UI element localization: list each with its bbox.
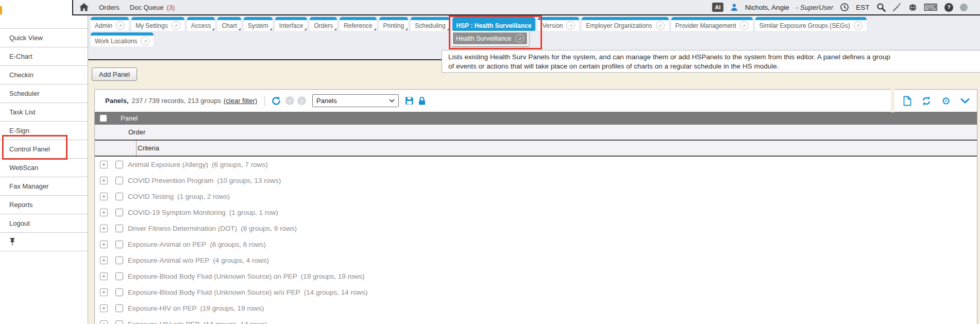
expand-icon[interactable]: + bbox=[100, 241, 108, 248]
open-external-icon[interactable]: ↗ bbox=[566, 21, 575, 30]
sidebar-item-checkin[interactable]: Checkin bbox=[0, 66, 88, 84]
table-row[interactable]: + Exposure-Animal w/o PEP (4 groups, 4 r… bbox=[95, 252, 977, 268]
sidebar-item-e-sign[interactable]: E-Sign bbox=[0, 122, 88, 140]
table-row[interactable]: + Exposure-Animal on PEP (6 groups, 6 ro… bbox=[95, 236, 977, 252]
expand-icon[interactable]: + bbox=[100, 193, 108, 200]
table-row[interactable]: + Exposure-Blood Body Fluid (Unknown Sou… bbox=[95, 268, 977, 284]
ai-badge[interactable]: AI bbox=[712, 3, 723, 12]
undo-icon[interactable] bbox=[271, 96, 281, 106]
open-external-icon[interactable]: ↗ bbox=[854, 21, 863, 30]
expand-icon[interactable]: + bbox=[100, 320, 108, 324]
column-header-panel: Panel bbox=[121, 114, 138, 122]
collapse-chevron-icon[interactable] bbox=[960, 98, 970, 104]
panel-info: (19 groups, 19 rows) bbox=[200, 304, 264, 312]
tab-hsp-health-surveillance[interactable]: HSP : Health Surveillance Health Surveil… bbox=[452, 17, 536, 31]
tab-reference[interactable]: Reference bbox=[340, 17, 376, 31]
tab-employer-organizations[interactable]: Employer Organizations ↗ bbox=[582, 17, 668, 31]
nav-doc-queue[interactable]: Doc Queue bbox=[130, 4, 164, 11]
sidebar-item-logout[interactable]: Logout bbox=[0, 214, 88, 233]
tab-scheduling[interactable]: Scheduling bbox=[411, 17, 449, 31]
open-external-icon[interactable]: ↗ bbox=[515, 34, 524, 43]
keyboard-icon[interactable]: ⌨ bbox=[924, 3, 938, 12]
tab-provider-management[interactable]: Provider Management ↗ bbox=[671, 17, 753, 31]
row-checkbox[interactable] bbox=[115, 241, 123, 248]
row-checkbox[interactable] bbox=[115, 177, 123, 184]
search-icon[interactable] bbox=[876, 3, 886, 12]
table-row[interactable]: + Exposure-Blood Body Fluid (Unknown Sou… bbox=[95, 284, 977, 300]
menu-item-health-surveillance[interactable]: Health Surveillance ↗ bbox=[453, 32, 528, 44]
tab-chart[interactable]: Chart bbox=[217, 17, 241, 31]
expand-icon[interactable]: + bbox=[100, 209, 108, 216]
main-region: Admin ↗ My Settings ↗ Access Chart Syste… bbox=[88, 15, 980, 324]
globe-icon[interactable] bbox=[908, 3, 917, 12]
refresh-icon[interactable] bbox=[921, 96, 932, 106]
view-select-value: Panels bbox=[316, 97, 337, 105]
table-body: + Animal Exposure (Allergy) (6 groups, 7… bbox=[95, 157, 977, 324]
table-row[interactable]: + COVID Prevention Program (10 groups, 1… bbox=[95, 173, 977, 189]
nav-orders[interactable]: Orders bbox=[99, 4, 120, 11]
row-checkbox[interactable] bbox=[115, 257, 123, 264]
panel-info: (4 groups, 4 rows) bbox=[213, 257, 269, 264]
table-row[interactable]: + COVID-19 Symptom Monitoring (1 group, … bbox=[95, 204, 977, 220]
sidebar-item-webscan[interactable]: WebScan bbox=[0, 159, 88, 177]
tab-orders[interactable]: Orders bbox=[310, 17, 337, 31]
tab-printing[interactable]: Printing bbox=[379, 17, 409, 31]
lock-icon[interactable] bbox=[418, 96, 426, 106]
row-checkbox[interactable] bbox=[115, 225, 123, 232]
table-row[interactable]: + Animal Exposure (Allergy) (6 groups, 7… bbox=[95, 157, 977, 173]
row-checkbox[interactable] bbox=[115, 320, 123, 324]
new-document-icon[interactable] bbox=[903, 96, 911, 106]
open-external-icon[interactable]: ↗ bbox=[116, 21, 125, 30]
sidebar-item-task-list[interactable]: Task List bbox=[0, 103, 88, 122]
expand-icon[interactable]: + bbox=[100, 225, 108, 232]
tab-system[interactable]: System bbox=[244, 17, 273, 31]
tab-similar-exposure-groups[interactable]: Similar Exposure Groups (SEGs) ↗ bbox=[755, 17, 867, 31]
row-checkbox[interactable] bbox=[115, 193, 123, 200]
clear-filter-link[interactable]: (clear filter) bbox=[224, 97, 257, 105]
panel-info: (10 groups, 13 rows) bbox=[217, 177, 281, 184]
prev-page-icon[interactable]: ‹ bbox=[285, 96, 294, 105]
sidebar-item-fax-manager[interactable]: Fax Manager bbox=[0, 177, 88, 196]
expand-icon[interactable]: + bbox=[100, 257, 108, 264]
row-checkbox[interactable] bbox=[115, 288, 123, 296]
tab-work-locations[interactable]: Work Locations ↗ bbox=[91, 32, 154, 46]
sidebar-item-quick-view[interactable]: Quick View bbox=[0, 29, 88, 47]
open-external-icon[interactable]: ↗ bbox=[740, 21, 749, 30]
toolbar-right-icons: ⚙ bbox=[903, 96, 970, 106]
open-external-icon[interactable]: ↗ bbox=[141, 37, 149, 45]
row-checkbox[interactable] bbox=[115, 272, 123, 280]
tab-version[interactable]: Version ↗ bbox=[538, 17, 579, 31]
table-row[interactable]: + Exposure-HIV w/o PEP (14 groups, 14 ro… bbox=[95, 316, 977, 324]
save-icon[interactable] bbox=[405, 96, 414, 105]
tab-admin[interactable]: Admin ↗ bbox=[91, 17, 129, 31]
select-all-checkbox[interactable] bbox=[100, 115, 107, 122]
open-external-icon[interactable]: ↗ bbox=[172, 21, 180, 30]
expand-icon[interactable]: + bbox=[100, 161, 108, 168]
sidebar-pin-toggle[interactable] bbox=[0, 233, 88, 251]
expand-icon[interactable]: + bbox=[100, 288, 108, 296]
magic-wand-icon[interactable] bbox=[892, 3, 902, 12]
row-checkbox[interactable] bbox=[115, 161, 123, 168]
sidebar-item-scheduler[interactable]: Scheduler bbox=[0, 84, 88, 103]
tab-access[interactable]: Access bbox=[187, 17, 215, 31]
view-select[interactable]: Panels bbox=[312, 94, 399, 107]
expand-icon[interactable]: + bbox=[100, 177, 108, 184]
table-row[interactable]: + Exposure-HIV on PEP (19 groups, 19 row… bbox=[95, 300, 977, 316]
table-row[interactable]: + COVID Testing (1 group, 2 rows) bbox=[95, 189, 977, 204]
sidebar-item-control-panel[interactable]: Control Panel bbox=[0, 140, 88, 159]
tab-interface[interactable]: Interface bbox=[275, 17, 308, 31]
home-icon[interactable] bbox=[79, 3, 89, 11]
help-icon[interactable]: ? bbox=[944, 3, 953, 12]
expand-icon[interactable]: + bbox=[100, 272, 108, 280]
table-row[interactable]: + Driver Fitness Determination (DOT) (8 … bbox=[95, 220, 977, 236]
next-page-icon[interactable]: › bbox=[297, 96, 306, 105]
open-external-icon[interactable]: ↗ bbox=[656, 21, 665, 30]
sidebar-item-reports[interactable]: Reports bbox=[0, 196, 88, 214]
settings-gear-icon[interactable]: ⚙ bbox=[941, 96, 951, 106]
add-panel-button[interactable]: Add Panel bbox=[92, 67, 137, 81]
row-checkbox[interactable] bbox=[115, 209, 123, 216]
row-checkbox[interactable] bbox=[115, 304, 123, 312]
expand-icon[interactable]: + bbox=[100, 304, 108, 312]
sidebar-item-e-chart[interactable]: E-Chart bbox=[0, 47, 88, 66]
tab-my-settings[interactable]: My Settings ↗ bbox=[131, 17, 184, 31]
